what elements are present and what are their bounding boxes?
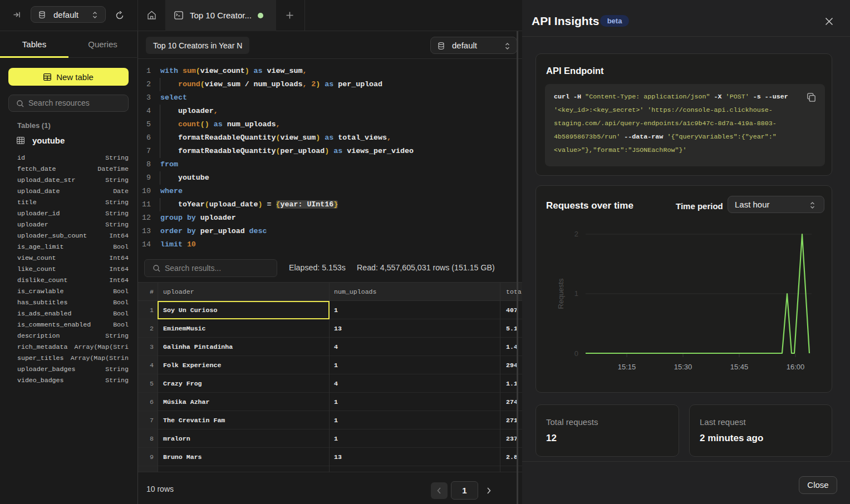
svg-text:16:00: 16:00 xyxy=(787,363,805,371)
svg-text:2: 2 xyxy=(574,230,578,238)
svg-text:15:45: 15:45 xyxy=(730,363,749,371)
svg-text:15:30: 15:30 xyxy=(674,363,692,371)
svg-text:1: 1 xyxy=(574,289,578,298)
svg-text:15:15: 15:15 xyxy=(618,363,636,371)
svg-text:Requests: Requests xyxy=(557,278,565,309)
svg-text:0: 0 xyxy=(574,349,578,358)
